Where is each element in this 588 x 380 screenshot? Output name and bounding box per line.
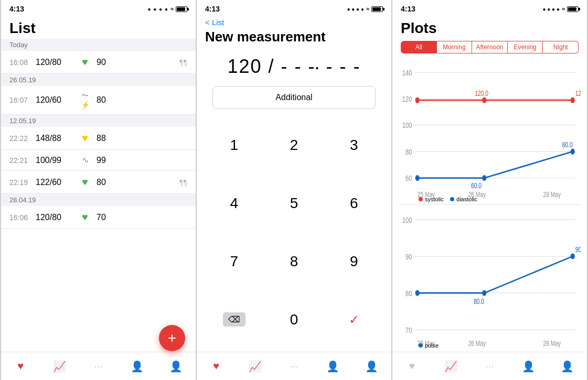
key-0[interactable]: 0 [265, 291, 323, 348]
item-bp: 120/80 [36, 213, 73, 222]
person32-tab-icon: 👤 [561, 360, 574, 373]
screen-plots: 4:13 ● ● ● ● ≈ Plots All Morning Afterno… [392, 0, 587, 380]
page-title-list: List [1, 16, 196, 39]
filter-evening[interactable]: Evening [508, 41, 543, 53]
tab3-more[interactable]: ··· [470, 357, 509, 375]
signal-icon-1: ● ● ● ● [147, 6, 168, 12]
more3-tab-icon: ··· [485, 360, 494, 372]
status-time-3: 4:13 [401, 5, 415, 13]
tab3-chart[interactable]: 📈 [431, 357, 470, 376]
chart-legend-bottom: pulse [414, 342, 443, 350]
svg-text:100: 100 [402, 215, 412, 224]
list-item[interactable]: 16:08 120/80 ♥ 90 ¶¶ [1, 51, 196, 74]
screen-new-measurement: 4:13 ● ● ● ● ≈ < List New measurement 12… [196, 0, 392, 380]
measurement-display: 120 / - - -● - - - [197, 47, 391, 82]
key-8[interactable]: 8 [265, 234, 323, 290]
section-today: Today [1, 39, 196, 51]
key-5[interactable]: 5 [265, 176, 323, 232]
legend-diastolic: diastolic [450, 196, 477, 202]
add-measurement-fab[interactable]: + [159, 325, 185, 351]
tab-heart[interactable]: ♥ [1, 357, 40, 375]
battery-icon-1 [176, 6, 187, 12]
svg-point-15 [571, 97, 575, 103]
wifi-icon-3: ≈ [562, 6, 565, 12]
tab2-heart[interactable]: ♥ [197, 357, 236, 375]
heart-icon-green: ♥ [78, 176, 92, 188]
tab-bar-1: ♥ 📈 ··· 👤 👤 [1, 352, 196, 380]
current-value: 120 / - - - [227, 56, 315, 77]
status-icons-2: ● ● ● ● ≈ [347, 6, 383, 12]
item-bp: 122/60 [36, 178, 73, 187]
page-title-new-measurement: New measurement [197, 27, 391, 47]
list-item[interactable]: 22:21 100/99 ∿ 99 [1, 150, 196, 171]
tab-person1[interactable]: 👤 [118, 357, 157, 376]
svg-point-20 [571, 149, 575, 155]
key-9[interactable]: 9 [325, 234, 383, 290]
list-content: Today 16:08 120/80 ♥ 90 ¶¶ 26.05.19 16:0… [1, 39, 196, 352]
key-6[interactable]: 6 [325, 176, 383, 232]
tab-more[interactable]: ··· [79, 357, 117, 375]
heart-icon-green: ♥ [78, 211, 92, 223]
key-4[interactable]: 4 [205, 176, 263, 232]
filter-afternoon[interactable]: Afternoon [472, 41, 508, 53]
section-26may: 26.05.19 [1, 74, 196, 86]
svg-point-18 [415, 175, 420, 181]
chart-svg-bottom: 100 90 80 70 25 May 26 May 28 May 80.0 9… [399, 205, 581, 352]
svg-text:80: 80 [405, 289, 412, 298]
key-backspace[interactable]: ⌫ [205, 291, 263, 348]
tab-chart[interactable]: 📈 [40, 357, 79, 376]
svg-text:60.0: 60.0 [471, 182, 482, 190]
list-item[interactable]: 16:06 120/80 ♥ 70 [1, 206, 196, 229]
chart-tab-icon: 📈 [53, 360, 66, 373]
page-title-plots: Plots [392, 16, 587, 39]
status-time-2: 4:13 [205, 5, 220, 13]
heart-tab-icon: ♥ [17, 360, 24, 372]
tab2-chart[interactable]: 📈 [236, 357, 274, 376]
chart-svg-top: 140 120 100 80 60 25 May 26 May 28 May [399, 58, 581, 204]
key-7[interactable]: 7 [205, 234, 263, 290]
additional-button[interactable]: Additional [212, 86, 376, 109]
list-item[interactable]: 22:19 122/60 ♥ 80 ¶¶ [1, 171, 196, 194]
tab-bar-2: ♥ 📈 ··· 👤 👤 [197, 352, 391, 380]
chart-top: 140 120 100 80 60 25 May 26 May 28 May [399, 58, 581, 205]
filter-tabs: All Morning Afternoon Evening Night [392, 39, 587, 58]
key-confirm[interactable]: ✓ [325, 291, 383, 348]
svg-point-34 [415, 290, 420, 296]
pulse-label: pulse [425, 342, 439, 349]
key-3[interactable]: 3 [325, 117, 383, 173]
filter-morning[interactable]: Morning [437, 41, 473, 53]
tab3-person1[interactable]: 👤 [509, 357, 548, 376]
heart3-tab-icon: ♥ [409, 360, 415, 372]
key-2[interactable]: 2 [265, 117, 323, 173]
svg-point-36 [571, 253, 575, 259]
item-note: ¶¶ [179, 178, 187, 187]
key-1[interactable]: 1 [205, 117, 263, 173]
item-pulse: 88 [97, 134, 115, 143]
tab2-person1[interactable]: 👤 [314, 357, 352, 376]
tab-person2[interactable]: 👤 [157, 357, 196, 376]
list-item[interactable]: 16:07 120/60 〜⚡ 80 [1, 86, 196, 115]
arrhythmia-icon: 〜⚡ [78, 91, 92, 109]
item-bp: 120/60 [36, 95, 73, 105]
filter-night[interactable]: Night [543, 41, 579, 53]
tab2-person2[interactable]: 👤 [352, 357, 391, 376]
tab3-person2[interactable]: 👤 [548, 357, 587, 376]
filter-all[interactable]: All [401, 41, 437, 53]
svg-text:100: 100 [402, 121, 412, 130]
signal-icon-2: ● ● ● ● [347, 6, 364, 12]
diastolic-dot [450, 197, 454, 201]
back-button[interactable]: < List [197, 16, 391, 27]
svg-text:70: 70 [405, 325, 412, 334]
tab2-more[interactable]: ··· [274, 357, 313, 375]
person22-tab-icon: 👤 [365, 360, 378, 373]
section-12may: 12.05.19 [1, 115, 196, 127]
status-time-1: 4:13 [9, 5, 24, 13]
list-item[interactable]: 22:22 148/88 ♥ 88 [1, 127, 196, 150]
person31-tab-icon: 👤 [522, 360, 535, 373]
chart3-tab-icon: 📈 [444, 360, 457, 373]
battery-icon-3 [567, 6, 579, 12]
heart-icon-yellow: ♥ [78, 132, 92, 144]
chart-bottom: 100 90 80 70 25 May 26 May 28 May 80.0 9… [399, 205, 581, 352]
item-time: 22:22 [9, 134, 31, 143]
tab3-heart[interactable]: ♥ [392, 357, 431, 375]
